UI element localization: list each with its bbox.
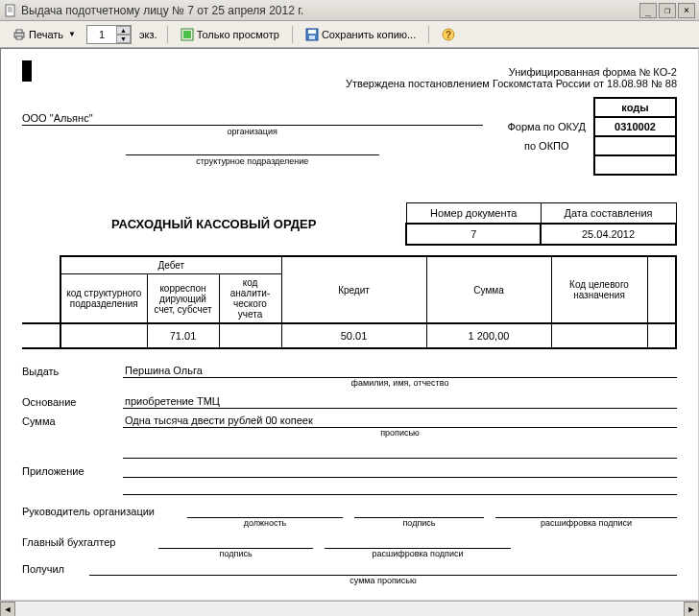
dropdown-icon: ▼ [68,30,76,38]
save-copy-label: Сохранить копию... [322,29,416,40]
debit-credit-table: Дебет Кредит Сумма Код целевого назначен… [22,255,677,349]
svg-rect-10 [308,30,316,34]
acct-cap1: подпись [158,549,313,558]
codes-header: коды [594,98,676,117]
basis-value: приобретение ТМЦ [123,395,677,409]
attach-label: Приложение [22,465,123,478]
head-cap3: расшифровка подписи [495,518,677,528]
received-label: Получил [22,563,89,576]
val-sum: 1 200,00 [426,323,551,348]
scroll-left-button[interactable]: ◄ [0,602,15,616]
sum-words: Одна тысяча двести рублей 00 копеек [123,415,677,428]
col-credit: Кредит [281,256,426,323]
svg-rect-0 [6,5,14,16]
val-struct [60,323,147,348]
document-icon [4,4,17,17]
spinner-up-button[interactable]: ▲ [116,26,131,35]
basis-label: Основание [22,396,123,409]
print-button[interactable]: Печать ▼ [6,24,83,45]
minimize-button[interactable]: _ [639,3,657,18]
preview-toggle-button[interactable]: Только просмотр [174,24,286,45]
num-header: Номер документа [406,203,541,225]
svg-text:?: ? [446,30,451,40]
sum-label: Сумма [22,415,123,428]
subdivision-caption: структурное подразделение [22,155,483,166]
head-label: Руководитель организации [22,506,176,518]
maximize-button[interactable]: ❐ [659,3,676,18]
close-button[interactable]: × [678,3,695,18]
issue-caption: фамилия, имя, отчество [123,378,677,391]
copies-input[interactable] [87,29,116,40]
col-corr: корреспон дирующий счет, субсчет [147,274,219,324]
val-analytic [219,323,281,348]
copies-unit-label: экз. [135,29,161,40]
print-label: Печать [29,29,63,40]
received-caption: сумма прописью [89,576,677,589]
toolbar-separator [428,26,429,43]
save-copy-button[interactable]: Сохранить копию... [299,24,422,45]
document-page: Унифицированная форма № КО-2 Утверждена … [1,49,698,601]
val-corr: 71.01 [147,323,219,348]
document-viewport[interactable]: Унифицированная форма № КО-2 Утверждена … [0,48,699,601]
val-purpose [551,323,647,348]
preview-icon [181,28,194,41]
titlebar: Выдача подотчетному лицу № 7 от 25 апрел… [0,0,699,21]
val-credit: 50.01 [281,323,426,348]
svg-rect-6 [16,36,22,39]
issue-label: Выдать [22,366,123,378]
col-analytic: код аналити- ческого учета [219,274,281,324]
num-value: 7 [406,224,541,245]
svg-rect-5 [16,30,22,33]
head-cap1: должность [187,518,343,528]
form-ref-line2: Утверждена постановлением Госкомстата Ро… [22,78,677,89]
col-struct: код структурного подразделения [60,274,147,324]
scrollbar-track[interactable] [15,602,684,616]
okud-label: Форма по ОКУД [500,117,595,136]
window-title: Выдача подотчетному лицу № 7 от 25 апрел… [21,4,639,17]
svg-rect-8 [183,31,191,38]
toolbar-separator [167,26,168,43]
copies-spinner[interactable]: ▲ ▼ [86,25,132,44]
preview-label: Только просмотр [197,29,279,40]
codes-table: коды Форма по ОКУД0310002 по ОКПО [500,97,678,176]
date-value: 25.04.2012 [541,224,676,245]
svg-rect-11 [309,36,315,39]
printer-icon [12,28,26,41]
form-ref-line1: Унифицированная форма № КО-2 [22,66,677,78]
toolbar: Печать ▼ ▲ ▼ экз. Только просмотр Сохран… [0,21,699,48]
save-icon [305,28,319,41]
debit-header: Дебет [60,256,281,274]
issue-value: Першина Ольга [123,365,677,378]
num-date-table: Номер документа Дата составления 7 25.04… [405,202,677,246]
help-button[interactable]: ? [435,24,462,45]
acct-cap2: расшифровка подписи [325,549,511,558]
sum-caption: прописью [123,428,677,441]
attach-value [123,464,677,478]
col-sum: Сумма [426,256,551,323]
acct-label: Главный бухгалтер [22,536,147,549]
organization-caption: организация [22,126,483,136]
head-cap2: подпись [354,518,484,528]
help-icon: ? [442,28,455,41]
toolbar-separator [292,26,293,43]
spinner-down-button[interactable]: ▼ [116,35,131,43]
document-title: РАСХОДНЫЙ КАССОВЫЙ ОРДЕР [22,202,405,246]
organization-value: ООО "Альянс" [22,110,483,126]
subdivision-value [126,142,379,155]
okpo-value [594,136,676,155]
codes-empty-cell [594,155,676,175]
horizontal-scrollbar[interactable]: ◄ ► [0,601,699,616]
okpo-label: по ОКПО [500,136,595,155]
date-header: Дата составления [541,203,676,225]
col-purpose: Код целевого назначения [551,256,647,323]
scroll-right-button[interactable]: ► [684,602,699,616]
okud-value: 0310002 [594,117,676,136]
